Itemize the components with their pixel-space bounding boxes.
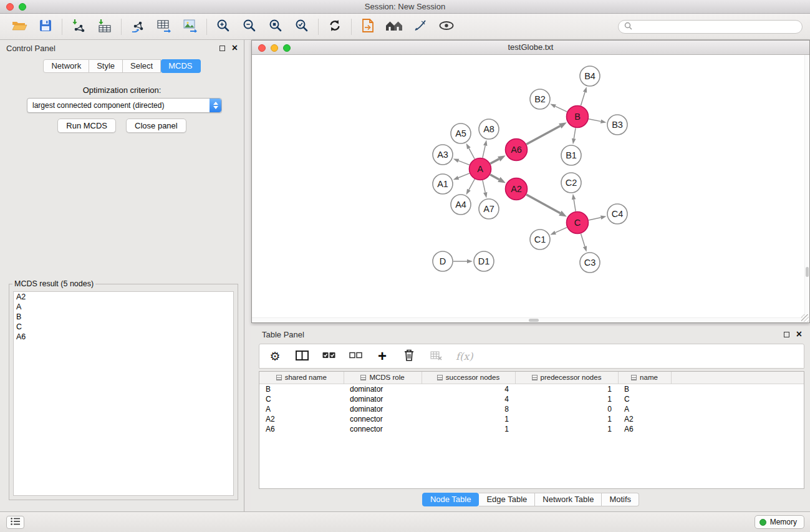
home-button[interactable] [381, 16, 407, 37]
run-mcds-button[interactable]: Run MCDS [57, 118, 116, 133]
import-table-button[interactable] [92, 16, 118, 37]
export-table-button[interactable] [151, 16, 177, 37]
close-panel-icon[interactable]: × [232, 43, 238, 53]
search-box[interactable] [618, 20, 803, 34]
graph-node-B3[interactable]: B3 [607, 115, 627, 135]
network-window-titlebar[interactable]: testGlobe.txt [252, 41, 809, 55]
graph-node-A3[interactable]: A3 [433, 145, 453, 165]
float-panel-icon[interactable] [219, 46, 225, 51]
save-session-button[interactable] [32, 16, 59, 37]
zoom-in-button[interactable] [210, 16, 236, 37]
graph-edge-A-A8[interactable] [483, 140, 487, 158]
graph-edge-A-A4[interactable] [466, 179, 475, 195]
mcds-result-item[interactable]: A6 [14, 332, 233, 342]
resize-grip[interactable] [801, 314, 809, 322]
export-image-button[interactable] [177, 16, 203, 37]
graph-node-A1[interactable]: A1 [433, 174, 453, 194]
select-all-button[interactable] [322, 347, 335, 365]
table-row[interactable]: A2connector11A2 [259, 414, 804, 424]
mcds-result-list[interactable]: A2ABCA6 [13, 291, 234, 496]
network-close-button[interactable] [258, 44, 266, 52]
graph-node-A5[interactable]: A5 [451, 123, 471, 143]
graph-node-C3[interactable]: C3 [580, 253, 600, 273]
graph-edge-C-C1[interactable] [550, 228, 567, 235]
zoom-window-button[interactable] [19, 3, 26, 11]
mcds-result-item[interactable]: A2 [14, 292, 233, 302]
column-header-name[interactable]: name [618, 372, 671, 384]
graph-node-B2[interactable]: B2 [530, 89, 550, 109]
graph-edge-A2-C[interactable] [526, 195, 567, 217]
close-panel-button[interactable]: Close panel [126, 118, 186, 133]
close-window-button[interactable] [6, 3, 14, 11]
graph-edge-A-A7[interactable] [483, 180, 487, 198]
function-builder-button[interactable]: f(x) [456, 347, 473, 365]
vertical-scrollbar[interactable] [804, 55, 809, 317]
table-row[interactable]: Bdominator41B [259, 384, 804, 394]
horizontal-scrollbar[interactable] [252, 317, 804, 322]
mcds-result-item[interactable]: A [14, 302, 233, 312]
graph-node-A6[interactable]: A6 [506, 139, 528, 161]
table-row[interactable]: Cdominator41C [259, 394, 804, 404]
graph-node-C[interactable]: C [567, 212, 589, 234]
graph-edge-A-A3[interactable] [453, 158, 470, 165]
graph-edge-C-C4[interactable] [589, 216, 606, 220]
graph-node-C1[interactable]: C1 [530, 230, 550, 249]
criterion-dropdown[interactable]: largest connected component (directed) [27, 98, 222, 113]
tab-select[interactable]: Select [123, 59, 161, 73]
zoom-fit-button[interactable] [263, 16, 289, 37]
graph-node-D[interactable]: D [433, 251, 453, 271]
import-network-button[interactable] [65, 16, 92, 37]
zoom-out-button[interactable] [236, 16, 263, 37]
refresh-button[interactable] [322, 16, 348, 37]
graph-edge-B-B2[interactable] [550, 104, 567, 112]
search-input[interactable] [636, 22, 796, 31]
tab-network-table[interactable]: Network Table [535, 493, 602, 506]
delete-column-button[interactable] [402, 347, 416, 365]
memory-button[interactable]: Memory [755, 515, 804, 529]
mcds-result-item[interactable]: B [14, 312, 233, 322]
column-header-predecessor-nodes[interactable]: predecessor nodes [515, 372, 618, 384]
tab-motifs[interactable]: Motifs [602, 493, 639, 506]
graph-edge-A-A5[interactable] [466, 143, 475, 159]
network-canvas[interactable]: B4B2BB3A8A5A6A3B1AC2A1A2A4A7C4CC1DD1C3 [252, 55, 809, 322]
graph-node-A4[interactable]: A4 [451, 195, 471, 215]
graph-edge-A-A6[interactable] [490, 155, 505, 163]
graph-node-A[interactable]: A [470, 158, 491, 180]
graph-node-A8[interactable]: A8 [479, 119, 499, 139]
table-row[interactable]: A6connector11A6 [259, 424, 804, 434]
annotation-button[interactable] [407, 16, 433, 37]
network-zoom-button[interactable] [283, 44, 291, 52]
graph-edge-A6-B[interactable] [526, 122, 567, 144]
show-columns-button[interactable] [295, 347, 309, 365]
delete-table-button[interactable] [429, 347, 443, 365]
network-minimize-button[interactable] [271, 44, 278, 52]
tab-mcds[interactable]: MCDS [161, 59, 200, 73]
graph-edge-C-C2[interactable] [572, 194, 576, 211]
export-network-button[interactable] [125, 16, 151, 37]
zoom-selected-button[interactable] [289, 16, 315, 37]
graph-edge-B-B4[interactable] [581, 87, 587, 105]
deselect-all-button[interactable] [349, 347, 362, 365]
graph-edge-C-C3[interactable] [581, 234, 587, 252]
graph-node-C2[interactable]: C2 [561, 173, 581, 193]
graph-node-A7[interactable]: A7 [479, 199, 499, 219]
graph-edge-A-A1[interactable] [453, 173, 470, 180]
graph-node-B4[interactable]: B4 [580, 66, 600, 86]
graph-edge-B-B1[interactable] [572, 128, 576, 144]
graph-edge-D-D1[interactable] [453, 259, 473, 264]
graph-node-B[interactable]: B [567, 106, 589, 128]
tab-edge-table[interactable]: Edge Table [479, 493, 535, 506]
mcds-result-item[interactable]: C [14, 322, 233, 332]
tab-node-table[interactable]: Node Table [422, 493, 480, 506]
add-column-button[interactable]: + [375, 347, 389, 365]
float-table-panel-icon[interactable] [784, 332, 789, 337]
graph-node-B1[interactable]: B1 [561, 145, 581, 165]
graph-node-D1[interactable]: D1 [474, 251, 494, 271]
table-settings-button[interactable]: ⚙ [268, 347, 282, 365]
column-header-successor-nodes[interactable]: successor nodes [422, 372, 515, 384]
show-graphics-details-button[interactable] [433, 16, 460, 37]
open-session-button[interactable] [6, 16, 32, 37]
close-table-panel-icon[interactable]: × [796, 329, 802, 339]
tab-network[interactable]: Network [43, 59, 89, 73]
graph-edge-B-B3[interactable] [589, 119, 606, 123]
